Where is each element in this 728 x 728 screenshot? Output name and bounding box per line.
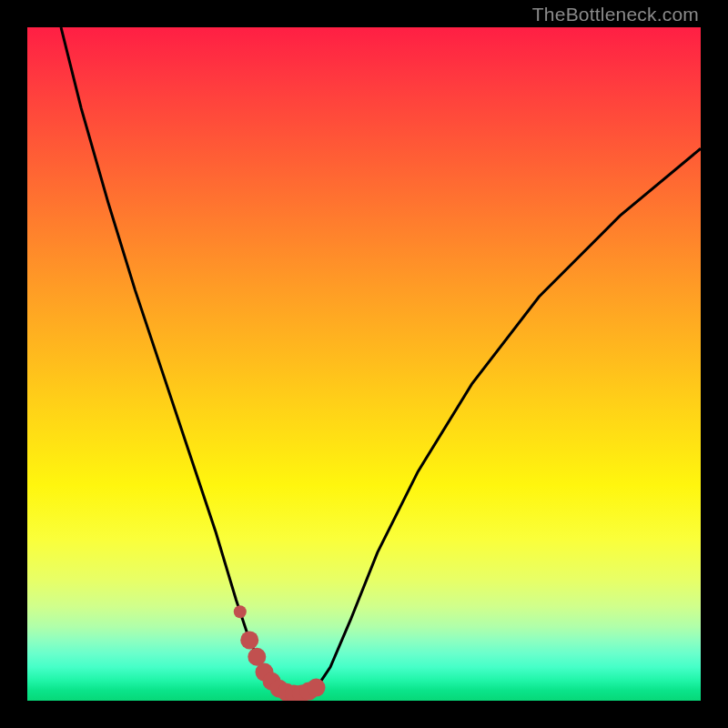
svg-point-0	[234, 605, 247, 618]
valley-segment	[234, 605, 326, 701]
watermark-text: TheBottleneck.com	[532, 4, 699, 25]
chart-svg	[27, 27, 701, 701]
chart-frame	[27, 27, 701, 701]
bottleneck-curve	[61, 27, 701, 694]
svg-point-1	[240, 631, 258, 649]
chart-plot-area	[27, 27, 701, 701]
svg-point-10	[308, 679, 326, 697]
